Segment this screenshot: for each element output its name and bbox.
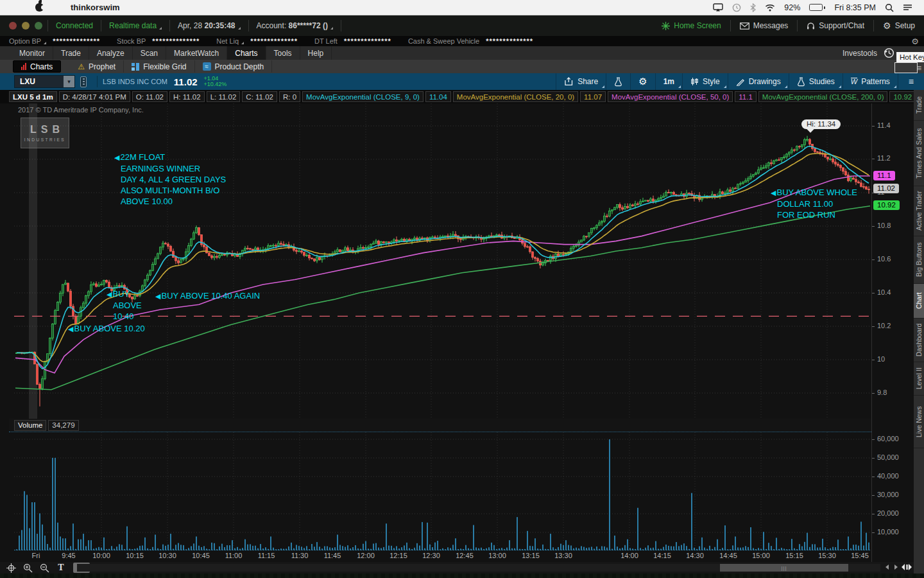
tab-investools[interactable]: Investools [843, 49, 877, 58]
chevron-down-icon: ▾ [67, 78, 71, 85]
subtab-charts[interactable]: Charts [13, 60, 61, 73]
tab-charts[interactable]: Charts [227, 46, 266, 60]
tab-help[interactable]: Help [300, 46, 332, 60]
tab-tools[interactable]: Tools [266, 46, 300, 60]
support-chat-button[interactable]: Support/Chat [798, 15, 873, 36]
menubar-clock[interactable]: Fri 8:35 PM [834, 3, 876, 12]
time-tick-label: 12:15 [389, 552, 407, 559]
sidebar-item-big-buttons[interactable]: Big Buttons [914, 236, 924, 284]
tab-trade[interactable]: Trade [53, 46, 89, 60]
realtime-data-menu[interactable]: Realtime data [101, 15, 169, 36]
account-balances-bar: Option BP ************** Stock BP ******… [0, 36, 924, 46]
study-ema20-label[interactable]: MovAvgExponential (CLOSE, 20, 0) [453, 91, 578, 102]
app-title: thinkorswim [71, 3, 120, 12]
annotation-arrow-icon: ◀ [155, 292, 160, 300]
ema-200-line [15, 206, 870, 390]
chain-link-icon[interactable] [80, 76, 87, 87]
chart-h-scrollbar[interactable]: ||| [77, 564, 880, 572]
tab-scan[interactable]: Scan [133, 46, 166, 60]
timeframe-button[interactable]: 1m [655, 73, 682, 90]
onDemand-flask-button[interactable] [606, 73, 630, 90]
time-tick-label: 14:45 [719, 552, 737, 559]
scroll-left-arrow[interactable] [886, 565, 889, 570]
sidebar-item-trade[interactable]: Trade [914, 90, 924, 121]
time-tick-label: 15:15 [785, 552, 803, 559]
apple-menu-icon[interactable] [35, 3, 44, 12]
tab-monitor[interactable]: Monitor [12, 46, 53, 60]
subtab-product-depth[interactable]: ≈ Product Depth [195, 60, 273, 73]
annotation-buy-above-1040-again: ◀BUY ABOVE 10.40 AGAIN [155, 290, 260, 302]
annotation-arrow-icon: ◀ [114, 153, 119, 161]
hamburger-icon[interactable]: ≡ [917, 64, 921, 73]
last-price: 11.02 [174, 76, 198, 87]
airplay-icon[interactable] [713, 3, 723, 12]
sidebar-item-active-trader[interactable]: Active Trader [914, 186, 924, 236]
price-tick-label: 10.4 [877, 288, 891, 296]
study-ema9-label[interactable]: MovAvgExponential (CLOSE, 9, 0) [302, 91, 424, 102]
minimize-window-button[interactable] [22, 22, 30, 30]
scrollbar-thumb[interactable]: ||| [720, 564, 848, 572]
pane-split-icon[interactable] [901, 563, 912, 574]
spotlight-search-icon[interactable] [885, 3, 894, 12]
studies-button[interactable]: Studies [789, 73, 843, 90]
zoom-in-icon[interactable] [22, 563, 33, 573]
close-window-button[interactable] [9, 22, 17, 30]
study-ema50-label[interactable]: MovAvgExponential (CLOSE, 50, 0) [608, 91, 733, 102]
study-ema200-value: 10.92 [889, 91, 916, 102]
zoom-window-button[interactable] [35, 22, 42, 30]
setup-button[interactable]: ⚙ Setup [874, 15, 924, 36]
volume-label[interactable]: Volume [14, 420, 46, 431]
time-tick-label: 14:15 [653, 552, 671, 559]
thinkorswim-app: thinkorswim 92% Fri 8:35 PM Connected Re… [0, 0, 924, 578]
patterns-button[interactable]: W Patterns [843, 73, 898, 90]
tab-marketwatch[interactable]: MarketWatch [166, 46, 227, 60]
subtab-flexible-grid[interactable]: Flexible Grid [124, 60, 194, 73]
share-icon [564, 77, 574, 86]
wifi-icon[interactable] [765, 4, 775, 12]
chart-menu-button[interactable]: ≡ [898, 73, 924, 90]
drawings-button[interactable]: Drawings [728, 73, 789, 90]
gear-icon: ⚙ [638, 76, 647, 87]
home-screen-button[interactable]: Home Screen [653, 15, 730, 36]
bluetooth-icon[interactable] [750, 3, 756, 12]
symbol-combobox[interactable]: LXU ▾ [14, 75, 75, 88]
chart-settings-button[interactable]: ⚙ [630, 73, 654, 90]
price-axis[interactable]: 11.411.21110.810.610.410.2109.860,00050,… [871, 103, 914, 562]
pan-crosshair-icon[interactable] [5, 563, 17, 573]
subtab-prophet[interactable]: ⚠ Prophet [70, 60, 124, 73]
study-ema200-label[interactable]: MovAvgExponential (CLOSE, 200, 0) [758, 91, 888, 102]
price-tick-label: 10.8 [877, 222, 891, 229]
sidebar-item-times-and-sales[interactable]: Times And Sales [914, 121, 924, 186]
hotkey-history-icon[interactable] [884, 48, 894, 58]
messages-button[interactable]: Messages [731, 15, 798, 36]
net-liq-field[interactable]: Net Liq ************** [216, 37, 298, 45]
share-button[interactable]: Share [556, 73, 606, 90]
zoom-out-icon[interactable] [38, 563, 50, 573]
volume-pane[interactable] [14, 432, 871, 550]
notification-center-icon[interactable] [903, 4, 912, 12]
sidebar-item-live-news[interactable]: Live News [914, 396, 924, 448]
option-bp-field[interactable]: Option BP ************** [9, 37, 100, 45]
account-bar-gear-icon[interactable]: ⚙ [911, 37, 924, 46]
text-note-tool[interactable]: T [55, 563, 67, 573]
time-machine-icon[interactable] [732, 3, 741, 12]
field-range: R: 0 [279, 91, 300, 102]
scroll-right-arrow[interactable] [894, 565, 898, 570]
account-menu[interactable]: Account: 86*****72 () [249, 15, 341, 36]
hotkey-setup-tooltip: Hot Key Setu [896, 52, 924, 62]
symbol-dropdown-button[interactable]: ▾ [64, 76, 74, 87]
chart-area[interactable]: 2017 © TD Ameritrade IP Company, Inc. LS… [0, 103, 914, 574]
time-tick-label: Fri [32, 552, 40, 559]
style-button[interactable]: Style [682, 73, 728, 90]
price-tick-label: 11.4 [877, 121, 891, 129]
sidebar-item-chart[interactable]: Chart [914, 284, 924, 319]
symbol-input[interactable]: LXU [15, 76, 64, 87]
sidebar-item-level-ii[interactable]: Level II [914, 362, 924, 396]
price-pane[interactable] [14, 103, 871, 419]
clock-menu[interactable]: Apr, 28 20:35:48 [170, 15, 248, 36]
time-tick-label: 14:30 [686, 552, 704, 559]
sidebar-item-dashboard[interactable]: Dashboard [914, 319, 924, 362]
tab-analyze[interactable]: Analyze [89, 46, 133, 60]
time-axis[interactable]: Fri9:4510:0010:1510:3010:4511:0011:1511:… [14, 550, 871, 562]
chart-bottom-toolbar: T ||| [0, 562, 914, 574]
